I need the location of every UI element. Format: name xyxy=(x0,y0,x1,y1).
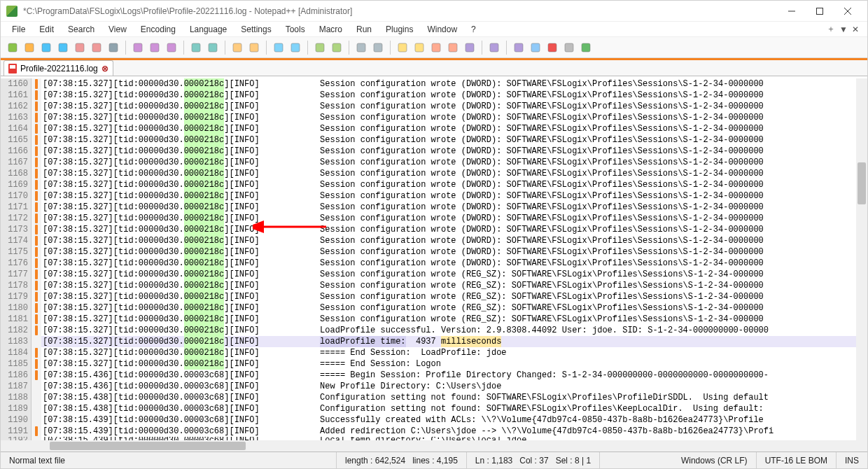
line-number: 1185 xyxy=(1,358,31,370)
svg-rect-4 xyxy=(59,43,67,52)
menu-window[interactable]: Window xyxy=(420,22,464,36)
code-line[interactable]: 1186[07:38:15.436][tid:00000d30.00003c68… xyxy=(1,370,856,381)
code-line[interactable]: 1163[07:38:15.327][tid:00000d30.0000218c… xyxy=(1,112,856,123)
code-line[interactable]: 1173[07:38:15.327][tid:00000d30.0000218c… xyxy=(1,224,856,235)
code-line[interactable]: 1177[07:38:15.327][tid:00000d30.0000218c… xyxy=(1,269,856,280)
tab-close-icon[interactable]: ⊗ xyxy=(102,64,108,74)
code-line[interactable]: 1190[07:38:15.439][tid:00000d30.00003c68… xyxy=(1,414,856,426)
code-line[interactable]: 1170[07:38:15.327][tid:00000d30.0000218c… xyxy=(1,190,856,202)
menu-file[interactable]: File xyxy=(5,22,32,36)
vertical-scrollbar[interactable] xyxy=(858,162,866,204)
new-file-icon[interactable] xyxy=(5,40,20,55)
zoom-out-icon[interactable] xyxy=(288,40,303,55)
code-line[interactable]: 1179[07:38:15.327][tid:00000d30.0000218c… xyxy=(1,291,856,302)
menu-bar: FileEditSearchViewEncodingLanguageSettin… xyxy=(1,22,867,37)
paste-icon[interactable] xyxy=(164,40,179,55)
code-line[interactable]: 1184[07:38:15.327][tid:00000d30.0000218c… xyxy=(1,347,856,358)
menu-encoding[interactable]: Encoding xyxy=(134,22,183,36)
open-folder-icon[interactable] xyxy=(22,40,37,55)
zoom-in-icon[interactable] xyxy=(271,40,286,55)
close-all-icon[interactable] xyxy=(89,40,104,55)
tab-active[interactable]: Profile-20221116.log ⊗ xyxy=(4,60,113,76)
code-line[interactable]: 1160[07:38:15.327][tid:00000d30.0000218c… xyxy=(1,78,856,90)
code-text: [07:38:15.327][tid:00000d30.0000218c][IN… xyxy=(41,78,764,90)
sync-h-icon[interactable] xyxy=(329,40,344,55)
line-number: 1170 xyxy=(1,190,31,202)
code-line[interactable]: 1161[07:38:15.327][tid:00000d30.0000218c… xyxy=(1,90,856,101)
code-line[interactable]: 1167[07:38:15.327][tid:00000d30.0000218c… xyxy=(1,157,856,168)
menu-language[interactable]: Language xyxy=(183,22,234,36)
code-line[interactable]: 1187[07:38:15.436][tid:00000d30.00003c68… xyxy=(1,381,856,392)
cut-icon[interactable] xyxy=(130,40,146,55)
code-line[interactable]: 1175[07:38:15.327][tid:00000d30.0000218c… xyxy=(1,246,856,258)
toolbar-overflow-plus-icon[interactable]: ＋ xyxy=(827,23,835,35)
save-macro-icon[interactable] xyxy=(578,40,594,55)
save-icon[interactable] xyxy=(38,40,54,55)
code-line[interactable]: 1185[07:38:15.327][tid:00000d30.0000218c… xyxy=(1,358,856,370)
indent-guide-icon[interactable] xyxy=(395,40,410,55)
horizontal-scrollbar[interactable] xyxy=(50,442,246,450)
code-line[interactable]: 1174[07:38:15.327][tid:00000d30.0000218c… xyxy=(1,235,856,246)
folder-icon[interactable] xyxy=(462,40,477,55)
lang-icon[interactable] xyxy=(412,40,427,55)
code-line[interactable]: 1162[07:38:15.327][tid:00000d30.0000218c… xyxy=(1,101,856,112)
change-marker xyxy=(31,392,41,403)
code-line[interactable]: 1183[07:38:15.327][tid:00000d30.0000218c… xyxy=(1,336,856,347)
code-line[interactable]: 1164[07:38:15.327][tid:00000d30.0000218c… xyxy=(1,123,856,134)
toolbar-overflow-close-icon[interactable]: ✕ xyxy=(852,24,859,34)
stop-macro-icon[interactable] xyxy=(528,40,543,55)
close-window-button[interactable] xyxy=(834,1,862,21)
toolbar-overflow-down-icon[interactable]: ▼ xyxy=(839,24,848,34)
doc-map-icon[interactable] xyxy=(428,40,444,55)
svg-rect-27 xyxy=(514,43,523,52)
code-line[interactable]: 1165[07:38:15.327][tid:00000d30.0000218c… xyxy=(1,134,856,146)
monitor-icon[interactable] xyxy=(486,40,502,55)
change-marker xyxy=(31,224,41,235)
find-icon[interactable] xyxy=(230,40,245,55)
code-text: [07:38:15.327][tid:00000d30.0000218c][IN… xyxy=(41,179,764,190)
func-list-icon[interactable] xyxy=(445,40,461,55)
code-line[interactable]: 1171[07:38:15.327][tid:00000d30.0000218c… xyxy=(1,202,856,213)
minimize-button[interactable] xyxy=(778,1,806,21)
code-line[interactable]: 1172[07:38:15.327][tid:00000d30.0000218c… xyxy=(1,213,856,224)
menu-edit[interactable]: Edit xyxy=(32,22,61,36)
code-line[interactable]: 1191[07:38:15.439][tid:00000d30.00003c68… xyxy=(1,426,856,437)
word-wrap-icon[interactable] xyxy=(354,40,369,55)
status-length: length : 642,524 lines : 4,195 xyxy=(337,452,467,468)
save-all-icon[interactable] xyxy=(55,40,71,55)
code-line[interactable]: 1180[07:38:15.327][tid:00000d30.0000218c… xyxy=(1,302,856,314)
menu-plugins[interactable]: Plugins xyxy=(379,22,420,36)
play-macro-icon[interactable] xyxy=(545,40,560,55)
record-macro-icon[interactable] xyxy=(511,40,526,55)
menu-view[interactable]: View xyxy=(102,22,134,36)
menu-?[interactable]: ? xyxy=(464,22,483,36)
sync-v-icon[interactable] xyxy=(312,40,328,55)
close-icon[interactable] xyxy=(72,40,88,55)
change-marker xyxy=(31,269,41,280)
code-line[interactable]: 1166[07:38:15.327][tid:00000d30.0000218c… xyxy=(1,146,856,157)
undo-icon[interactable] xyxy=(188,40,204,55)
menu-search[interactable]: Search xyxy=(61,22,102,36)
code-line[interactable]: 1189[07:38:15.438][tid:00000d30.00003c68… xyxy=(1,403,856,414)
code-line[interactable]: 1176[07:38:15.327][tid:00000d30.0000218c… xyxy=(1,258,856,269)
copy-icon[interactable] xyxy=(147,40,162,55)
change-marker xyxy=(31,157,41,168)
menu-settings[interactable]: Settings xyxy=(234,22,278,36)
code-line[interactable]: 1169[07:38:15.327][tid:00000d30.0000218c… xyxy=(1,179,856,190)
code-line[interactable]: 1178[07:38:15.327][tid:00000d30.0000218c… xyxy=(1,280,856,291)
replace-icon[interactable] xyxy=(246,40,262,55)
code-text: [07:38:15.436][tid:00000d30.00003c68][IN… xyxy=(41,381,501,392)
print-icon[interactable] xyxy=(106,40,121,55)
play-multi-icon[interactable] xyxy=(561,40,577,55)
redo-icon[interactable] xyxy=(205,40,220,55)
menu-macro[interactable]: Macro xyxy=(312,22,349,36)
maximize-button[interactable] xyxy=(806,1,834,21)
menu-run[interactable]: Run xyxy=(349,22,379,36)
code-line[interactable]: 1181[07:38:15.327][tid:00000d30.0000218c… xyxy=(1,314,856,325)
code-line[interactable]: 1168[07:38:15.327][tid:00000d30.0000218c… xyxy=(1,168,856,179)
code-line[interactable]: 1188[07:38:15.438][tid:00000d30.00003c68… xyxy=(1,392,856,403)
editor[interactable]: 1160[07:38:15.327][tid:00000d30.0000218c… xyxy=(1,78,867,451)
menu-tools[interactable]: Tools xyxy=(279,22,312,36)
code-line[interactable]: 1182[07:38:15.327][tid:00000d30.0000218c… xyxy=(1,325,856,336)
all-chars-icon[interactable] xyxy=(370,40,386,55)
